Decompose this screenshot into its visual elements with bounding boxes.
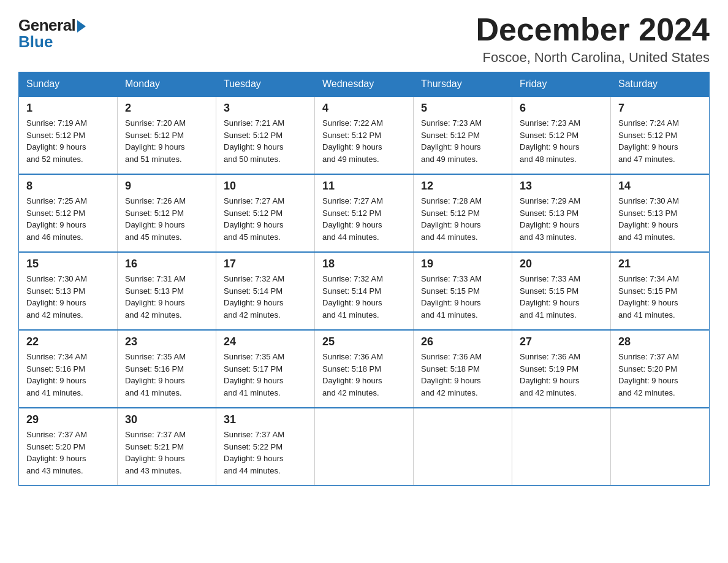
day-number: 16 [125, 258, 208, 270]
day-info: Sunrise: 7:23 AM Sunset: 5:12 PM Dayligh… [520, 117, 603, 165]
calendar-day-cell: 3 Sunrise: 7:21 AM Sunset: 5:12 PM Dayli… [216, 96, 315, 174]
calendar-day-cell [315, 408, 414, 486]
calendar-day-cell: 19 Sunrise: 7:33 AM Sunset: 5:15 PM Dayl… [414, 252, 512, 330]
page-header: General Blue December 2024 Foscoe, North… [18, 12, 710, 66]
day-number: 9 [125, 180, 208, 193]
main-title: December 2024 [476, 12, 710, 47]
calendar-week-row: 8 Sunrise: 7:25 AM Sunset: 5:12 PM Dayli… [19, 174, 710, 252]
calendar-day-cell: 23 Sunrise: 7:35 AM Sunset: 5:16 PM Dayl… [118, 330, 216, 408]
day-info: Sunrise: 7:33 AM Sunset: 5:15 PM Dayligh… [421, 273, 504, 321]
calendar-day-cell: 8 Sunrise: 7:25 AM Sunset: 5:12 PM Dayli… [19, 174, 118, 252]
day-number: 23 [125, 335, 208, 348]
day-info: Sunrise: 7:22 AM Sunset: 5:12 PM Dayligh… [322, 117, 406, 165]
day-number: 15 [26, 258, 110, 270]
day-of-week-header: Sunday [19, 72, 118, 97]
day-of-week-header: Tuesday [216, 72, 315, 97]
day-number: 2 [125, 102, 208, 115]
day-number: 3 [224, 102, 307, 115]
calendar-table: SundayMondayTuesdayWednesdayThursdayFrid… [18, 72, 710, 486]
calendar-day-cell: 6 Sunrise: 7:23 AM Sunset: 5:12 PM Dayli… [512, 96, 611, 174]
calendar-day-cell: 9 Sunrise: 7:26 AM Sunset: 5:12 PM Dayli… [118, 174, 216, 252]
day-info: Sunrise: 7:37 AM Sunset: 5:21 PM Dayligh… [125, 429, 208, 477]
calendar-day-cell: 17 Sunrise: 7:32 AM Sunset: 5:14 PM Dayl… [216, 252, 315, 330]
day-number: 29 [26, 413, 110, 426]
calendar-day-cell: 20 Sunrise: 7:33 AM Sunset: 5:15 PM Dayl… [512, 252, 611, 330]
calendar-week-row: 29 Sunrise: 7:37 AM Sunset: 5:20 PM Dayl… [19, 408, 710, 486]
day-info: Sunrise: 7:35 AM Sunset: 5:17 PM Dayligh… [224, 351, 307, 399]
calendar-week-row: 1 Sunrise: 7:19 AM Sunset: 5:12 PM Dayli… [19, 96, 710, 174]
day-info: Sunrise: 7:36 AM Sunset: 5:18 PM Dayligh… [421, 351, 504, 399]
calendar-day-cell [512, 408, 611, 486]
day-info: Sunrise: 7:27 AM Sunset: 5:12 PM Dayligh… [322, 195, 406, 243]
day-number: 8 [26, 180, 110, 193]
calendar-day-cell: 1 Sunrise: 7:19 AM Sunset: 5:12 PM Dayli… [19, 96, 118, 174]
day-number: 13 [520, 180, 603, 193]
day-info: Sunrise: 7:32 AM Sunset: 5:14 PM Dayligh… [322, 273, 406, 321]
day-number: 7 [618, 102, 702, 115]
calendar-day-cell: 27 Sunrise: 7:36 AM Sunset: 5:19 PM Dayl… [512, 330, 611, 408]
day-info: Sunrise: 7:19 AM Sunset: 5:12 PM Dayligh… [26, 117, 110, 165]
day-number: 4 [322, 102, 406, 115]
calendar-day-cell: 10 Sunrise: 7:27 AM Sunset: 5:12 PM Dayl… [216, 174, 315, 252]
day-info: Sunrise: 7:37 AM Sunset: 5:20 PM Dayligh… [26, 429, 110, 477]
day-info: Sunrise: 7:26 AM Sunset: 5:12 PM Dayligh… [125, 195, 208, 243]
calendar-day-cell: 4 Sunrise: 7:22 AM Sunset: 5:12 PM Dayli… [315, 96, 414, 174]
day-number: 20 [520, 258, 603, 270]
day-number: 30 [125, 413, 208, 426]
day-number: 14 [618, 180, 702, 193]
calendar-day-cell: 11 Sunrise: 7:27 AM Sunset: 5:12 PM Dayl… [315, 174, 414, 252]
calendar-week-row: 22 Sunrise: 7:34 AM Sunset: 5:16 PM Dayl… [19, 330, 710, 408]
calendar-day-cell: 13 Sunrise: 7:29 AM Sunset: 5:13 PM Dayl… [512, 174, 611, 252]
day-number: 6 [520, 102, 603, 115]
calendar-day-cell [414, 408, 512, 486]
calendar-day-cell: 14 Sunrise: 7:30 AM Sunset: 5:13 PM Dayl… [611, 174, 710, 252]
calendar-day-cell: 18 Sunrise: 7:32 AM Sunset: 5:14 PM Dayl… [315, 252, 414, 330]
calendar-day-cell: 22 Sunrise: 7:34 AM Sunset: 5:16 PM Dayl… [19, 330, 118, 408]
day-info: Sunrise: 7:25 AM Sunset: 5:12 PM Dayligh… [26, 195, 110, 243]
calendar-day-cell: 15 Sunrise: 7:30 AM Sunset: 5:13 PM Dayl… [19, 252, 118, 330]
day-info: Sunrise: 7:27 AM Sunset: 5:12 PM Dayligh… [224, 195, 307, 243]
calendar-week-row: 15 Sunrise: 7:30 AM Sunset: 5:13 PM Dayl… [19, 252, 710, 330]
calendar-day-cell: 16 Sunrise: 7:31 AM Sunset: 5:13 PM Dayl… [118, 252, 216, 330]
day-info: Sunrise: 7:24 AM Sunset: 5:12 PM Dayligh… [618, 117, 702, 165]
day-number: 25 [322, 335, 406, 348]
calendar-header-row: SundayMondayTuesdayWednesdayThursdayFrid… [19, 72, 710, 97]
day-of-week-header: Saturday [611, 72, 710, 97]
calendar-day-cell: 24 Sunrise: 7:35 AM Sunset: 5:17 PM Dayl… [216, 330, 315, 408]
day-info: Sunrise: 7:36 AM Sunset: 5:18 PM Dayligh… [322, 351, 406, 399]
day-number: 31 [224, 413, 307, 426]
calendar-day-cell: 29 Sunrise: 7:37 AM Sunset: 5:20 PM Dayl… [19, 408, 118, 486]
day-number: 10 [224, 180, 307, 193]
calendar-day-cell: 28 Sunrise: 7:37 AM Sunset: 5:20 PM Dayl… [611, 330, 710, 408]
calendar-day-cell: 30 Sunrise: 7:37 AM Sunset: 5:21 PM Dayl… [118, 408, 216, 486]
logo-arrow-icon [77, 20, 86, 33]
day-number: 18 [322, 258, 406, 270]
day-number: 17 [224, 258, 307, 270]
day-number: 28 [618, 335, 702, 348]
day-info: Sunrise: 7:35 AM Sunset: 5:16 PM Dayligh… [125, 351, 208, 399]
day-info: Sunrise: 7:29 AM Sunset: 5:13 PM Dayligh… [520, 195, 603, 243]
day-number: 5 [421, 102, 504, 115]
calendar-day-cell: 21 Sunrise: 7:34 AM Sunset: 5:15 PM Dayl… [611, 252, 710, 330]
day-of-week-header: Thursday [414, 72, 512, 97]
day-number: 22 [26, 335, 110, 348]
day-info: Sunrise: 7:37 AM Sunset: 5:20 PM Dayligh… [618, 351, 702, 399]
logo: General Blue [18, 16, 86, 52]
day-number: 12 [421, 180, 504, 193]
day-info: Sunrise: 7:31 AM Sunset: 5:13 PM Dayligh… [125, 273, 208, 321]
day-info: Sunrise: 7:20 AM Sunset: 5:12 PM Dayligh… [125, 117, 208, 165]
day-of-week-header: Friday [512, 72, 611, 97]
day-number: 1 [26, 102, 110, 115]
calendar-day-cell: 26 Sunrise: 7:36 AM Sunset: 5:18 PM Dayl… [414, 330, 512, 408]
calendar-day-cell: 5 Sunrise: 7:23 AM Sunset: 5:12 PM Dayli… [414, 96, 512, 174]
day-number: 11 [322, 180, 406, 193]
day-info: Sunrise: 7:36 AM Sunset: 5:19 PM Dayligh… [520, 351, 603, 399]
day-info: Sunrise: 7:21 AM Sunset: 5:12 PM Dayligh… [224, 117, 307, 165]
day-of-week-header: Monday [118, 72, 216, 97]
day-number: 24 [224, 335, 307, 348]
day-info: Sunrise: 7:23 AM Sunset: 5:12 PM Dayligh… [421, 117, 504, 165]
day-number: 19 [421, 258, 504, 270]
day-number: 26 [421, 335, 504, 348]
day-info: Sunrise: 7:30 AM Sunset: 5:13 PM Dayligh… [26, 273, 110, 321]
calendar-day-cell: 25 Sunrise: 7:36 AM Sunset: 5:18 PM Dayl… [315, 330, 414, 408]
